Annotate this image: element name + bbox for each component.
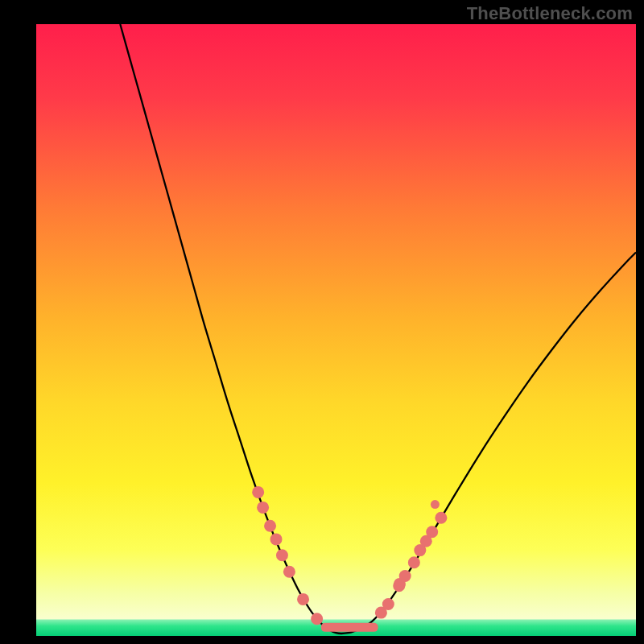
curve-marker — [276, 549, 288, 561]
curve-marker — [408, 556, 420, 568]
plot-area — [36, 24, 636, 636]
curve-marker — [264, 520, 276, 532]
curve-marker — [270, 533, 283, 545]
curve-marker — [311, 613, 323, 625]
curve-marker — [252, 486, 264, 498]
bottleneck-chart — [0, 0, 644, 644]
curve-marker — [257, 502, 269, 514]
curve-marker — [283, 566, 295, 578]
curve-marker — [435, 512, 447, 524]
curve-marker — [382, 598, 394, 610]
curve-marker — [297, 593, 309, 605]
bottom-marker-segment — [321, 623, 378, 632]
curve-marker — [426, 526, 438, 538]
chart-frame: TheBottleneck.com — [0, 0, 644, 644]
curve-marker — [431, 500, 440, 509]
watermark-text: TheBottleneck.com — [467, 3, 633, 24]
curve-marker — [399, 570, 411, 582]
